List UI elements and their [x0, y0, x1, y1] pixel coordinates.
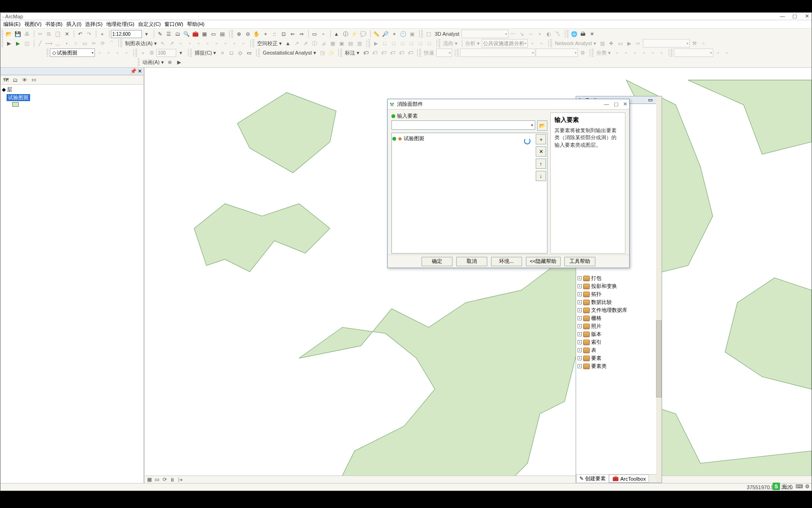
viewer-icon[interactable]: ▣: [408, 30, 416, 38]
next-extent-icon[interactable]: ⇒: [297, 30, 305, 38]
endpoint-icon[interactable]: •: [62, 39, 71, 48]
full-extent-icon[interactable]: ⌖: [261, 30, 270, 38]
na-label[interactable]: Network Analyst ▾: [554, 40, 598, 47]
ime-indicator-icon[interactable]: S: [773, 483, 780, 490]
clear-select-icon[interactable]: ▫: [319, 30, 328, 38]
input-features-combo[interactable]: ▾: [391, 120, 535, 130]
scale-dropdown-icon[interactable]: ▾: [142, 30, 151, 38]
sa-t1-icon[interactable]: ▣: [337, 39, 346, 48]
tree-node[interactable]: +索引: [578, 338, 660, 346]
tree-node[interactable]: +打包: [578, 274, 660, 282]
fillet-icon[interactable]: ⌒: [107, 39, 116, 48]
dialog-minimize-button[interactable]: —: [604, 101, 609, 107]
tab-create-features[interactable]: ✎创建要素: [576, 474, 609, 483]
ut-a-icon[interactable]: ▫: [528, 39, 537, 48]
tree-node[interactable]: +要素类: [578, 362, 660, 370]
tree-node[interactable]: +照片: [578, 322, 660, 330]
anim-ctrl-icon[interactable]: ▶: [175, 58, 183, 66]
ime-moon-icon[interactable]: ☾: [789, 484, 794, 490]
tree-node[interactable]: +拓扑: [578, 290, 660, 298]
rep-c-icon[interactable]: ▫: [195, 39, 203, 48]
cls-f-icon[interactable]: ▫: [648, 48, 657, 57]
print-icon[interactable]: 🖶: [23, 30, 31, 38]
remove-button[interactable]: ✕: [536, 146, 546, 157]
select-icon[interactable]: ▭: [310, 30, 319, 38]
pan-icon[interactable]: ✋: [252, 30, 261, 38]
misc-1-icon[interactable]: ▫: [714, 48, 722, 57]
menu-view[interactable]: 视图(V): [23, 20, 44, 28]
measure-icon[interactable]: 📏: [372, 30, 381, 38]
3d-los-icon[interactable]: ↔: [527, 30, 535, 38]
modelbuilder-icon[interactable]: ▭: [209, 30, 218, 38]
tree-node[interactable]: +表: [578, 346, 660, 354]
add-button[interactable]: ＋: [536, 134, 546, 144]
toc-listby-selection-icon[interactable]: ▭: [30, 76, 38, 84]
misc-2-icon[interactable]: ▫: [723, 48, 731, 57]
toc-symbol-row[interactable]: [2, 102, 142, 107]
geostat-label[interactable]: Geostatistical Analyst ▾: [261, 50, 318, 56]
open-icon[interactable]: 📂: [5, 30, 13, 38]
tab-arctoolbox[interactable]: 🧰ArcToolbox: [609, 475, 649, 483]
catalog-icon[interactable]: 🗂: [173, 30, 182, 38]
hyperlink-icon[interactable]: ⚡: [350, 30, 359, 38]
gs-explore-icon[interactable]: ◳: [318, 48, 327, 57]
pointer-icon[interactable]: ▶: [5, 39, 13, 48]
tree-node[interactable]: +投影和变换: [578, 282, 660, 290]
quick-combo[interactable]: ▾: [436, 48, 452, 57]
search-icon[interactable]: 🔍: [182, 30, 191, 38]
sa-edge-icon[interactable]: ⊿: [320, 39, 328, 48]
menu-insert[interactable]: 插入(I): [64, 20, 83, 28]
empty-combo-1[interactable]: ▾: [460, 48, 535, 57]
undo-icon[interactable]: ↶: [76, 30, 84, 38]
globe-icon[interactable]: 🌐: [570, 30, 578, 38]
classify-label[interactable]: 分类 ▾: [595, 49, 612, 56]
window-minimize-button[interactable]: —: [780, 13, 785, 19]
buf-unit-icon[interactable]: ▾: [177, 48, 185, 57]
na-window-icon[interactable]: ▥: [598, 39, 607, 48]
cancel-button[interactable]: 取消: [456, 257, 487, 266]
edit-tool-icon[interactable]: ◫: [23, 39, 31, 48]
sa-t3-icon[interactable]: ▥: [355, 39, 364, 48]
tree-node[interactable]: +版本: [578, 330, 660, 338]
pause-draw-icon[interactable]: ⏸: [169, 476, 175, 483]
menu-customize[interactable]: 自定义(C): [136, 20, 163, 28]
lbl-c-icon[interactable]: 🏷: [379, 48, 388, 57]
menu-window[interactable]: 窗口(W): [163, 20, 185, 28]
editor-toolbar-icon[interactable]: ✎: [156, 30, 164, 38]
scene-icon[interactable]: 🏔: [579, 30, 587, 38]
select-elements-icon[interactable]: ▲: [332, 30, 341, 38]
cls-e-icon[interactable]: ▫: [640, 48, 648, 57]
toc-listby-source-icon[interactable]: 🗂: [11, 76, 19, 84]
buf-add-icon[interactable]: ＋: [139, 48, 147, 57]
edit-target-combo[interactable]: ◇试验图斑▾: [50, 48, 95, 57]
trace-icon[interactable]: ⟿: [45, 39, 53, 48]
time-slider-icon[interactable]: 🕘: [399, 30, 407, 38]
lbl-b-icon[interactable]: 🏷: [370, 48, 379, 57]
zoom-out-icon[interactable]: ⊖: [243, 30, 252, 38]
browse-button[interactable]: 📂: [537, 120, 547, 131]
ut-b-icon[interactable]: ▫: [537, 39, 546, 48]
move-down-button[interactable]: ↓: [536, 171, 546, 181]
environments-button[interactable]: 环境...: [491, 257, 522, 266]
rep-h-icon[interactable]: ▫: [239, 39, 248, 48]
fixed-zoom-out-icon[interactable]: ⊡: [279, 30, 288, 38]
move-up-button[interactable]: ↑: [536, 159, 546, 169]
toolbox-icon[interactable]: 🧰: [191, 30, 200, 38]
scrollbar-track[interactable]: [656, 104, 662, 474]
rep-g-icon[interactable]: ▫: [230, 39, 239, 48]
empty-combo-2[interactable]: ▾: [536, 48, 578, 57]
anim-label[interactable]: 动画(A) ▾: [141, 59, 165, 66]
find-icon[interactable]: 🔎: [381, 30, 390, 38]
ime-keyboard-icon[interactable]: ⌨: [796, 484, 803, 490]
et-b-icon[interactable]: ▫: [104, 48, 113, 57]
et-a-icon[interactable]: ▫: [95, 48, 104, 57]
sa-id-icon[interactable]: ⓘ: [311, 39, 319, 48]
na-solve-icon[interactable]: ▶: [372, 39, 380, 48]
toc-layer-row[interactable]: 试验图斑: [2, 94, 142, 102]
python-icon[interactable]: ▦: [200, 30, 209, 38]
snap-end-icon[interactable]: □: [227, 48, 235, 57]
na-d-icon[interactable]: □: [407, 39, 416, 48]
redo-icon[interactable]: ↷: [85, 30, 93, 38]
gs-wizard-icon[interactable]: ✨: [327, 48, 336, 57]
rep-f-icon[interactable]: ▫: [221, 39, 230, 48]
